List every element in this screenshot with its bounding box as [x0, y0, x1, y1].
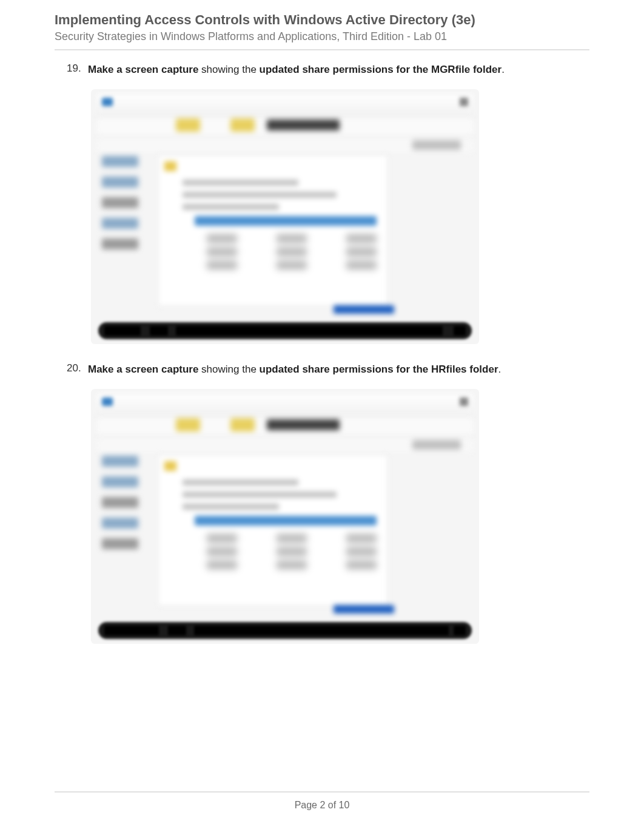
- page-footer: Page 2 of 10: [0, 791, 644, 811]
- blurred-image: [91, 89, 479, 344]
- lab-title: Implementing Access Controls with Window…: [55, 12, 589, 28]
- page-number: Page 2 of 10: [0, 800, 644, 811]
- step-number: 20.: [67, 362, 88, 377]
- page-header: Implementing Access Controls with Window…: [55, 12, 589, 50]
- step-19: 19. Make a screen capture showing the up…: [55, 63, 589, 77]
- step-number: 19.: [67, 63, 88, 77]
- lab-subtitle: Security Strategies in Windows Platforms…: [55, 30, 589, 43]
- step-text: Make a screen capture showing the update…: [88, 63, 505, 77]
- blurred-image: [91, 389, 479, 644]
- document-page: Implementing Access Controls with Window…: [0, 0, 644, 835]
- screenshot-20: [91, 389, 589, 644]
- step-text: Make a screen capture showing the update…: [88, 362, 501, 377]
- screenshot-19: [91, 89, 589, 344]
- step-20: 20. Make a screen capture showing the up…: [55, 362, 589, 377]
